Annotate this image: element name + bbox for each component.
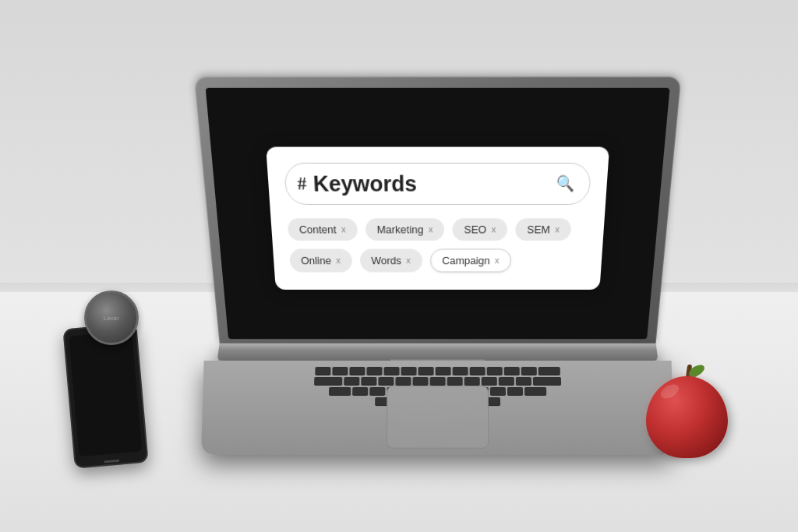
key[interactable]	[538, 367, 560, 375]
key[interactable]	[464, 377, 480, 385]
trackpad[interactable]	[387, 386, 489, 449]
phone-screen	[69, 331, 142, 456]
keyboard-row-2	[219, 377, 657, 385]
search-bar[interactable]: # Keywords 🔍	[284, 162, 592, 204]
key[interactable]	[349, 367, 365, 375]
screen-content: # Keywords 🔍 Content x	[206, 88, 670, 339]
laptop-keyboard-area	[201, 361, 674, 455]
tag-campaign-label: Campaign	[442, 254, 490, 266]
key[interactable]	[516, 377, 531, 385]
key[interactable]	[487, 367, 503, 375]
tag-sem-close[interactable]: x	[555, 224, 560, 234]
search-icon[interactable]: 🔍	[553, 171, 579, 196]
key[interactable]	[521, 367, 537, 375]
tag-words[interactable]: Words x	[359, 248, 422, 272]
key[interactable]	[401, 367, 417, 375]
key[interactable]	[470, 367, 486, 375]
phone-home-button[interactable]	[104, 460, 119, 463]
key[interactable]	[499, 377, 514, 385]
tag-sem[interactable]: SEM x	[515, 218, 571, 241]
tag-sem-label: SEM	[527, 223, 550, 235]
key[interactable]	[418, 367, 434, 375]
key[interactable]	[524, 387, 546, 395]
keywords-title: Keywords	[312, 170, 554, 196]
tag-online[interactable]: Online x	[289, 248, 352, 272]
apple-body	[646, 376, 728, 458]
key[interactable]	[507, 387, 523, 395]
keyword-box: # Keywords 🔍 Content x	[266, 146, 610, 289]
key[interactable]	[329, 387, 351, 395]
tag-online-close[interactable]: x	[336, 255, 341, 265]
laptop-hinge	[217, 344, 659, 361]
scene: # Keywords 🔍 Content x	[0, 0, 798, 532]
key[interactable]	[533, 377, 561, 385]
laptop-screen: # Keywords 🔍 Content x	[206, 88, 670, 339]
tag-words-close[interactable]: x	[406, 255, 411, 265]
key[interactable]	[366, 367, 382, 375]
key[interactable]	[361, 377, 376, 385]
key[interactable]	[369, 387, 385, 395]
key[interactable]	[383, 367, 399, 375]
key[interactable]	[344, 377, 359, 385]
tag-content-close[interactable]: x	[341, 224, 346, 234]
tag-marketing-label: Marketing	[376, 223, 423, 235]
key[interactable]	[490, 387, 506, 395]
key[interactable]	[378, 377, 394, 385]
tag-content[interactable]: Content x	[287, 218, 358, 241]
laptop-screen-housing: # Keywords 🔍 Content x	[194, 76, 681, 344]
key[interactable]	[314, 377, 342, 385]
tag-marketing-close[interactable]: x	[429, 224, 433, 234]
tag-campaign-close[interactable]: x	[495, 255, 500, 265]
tag-seo-label: SEO	[464, 223, 486, 235]
key[interactable]	[413, 377, 429, 385]
tags-container: Content x Marketing x SEO x	[287, 218, 588, 272]
laptop-lid: # Keywords 🔍 Content x	[220, 96, 656, 361]
tag-words-label: Words	[371, 254, 401, 266]
key[interactable]	[482, 377, 497, 385]
key[interactable]	[453, 367, 468, 375]
key[interactable]	[447, 377, 463, 385]
key[interactable]	[436, 367, 451, 375]
key[interactable]	[315, 367, 330, 375]
tag-marketing[interactable]: Marketing x	[365, 218, 444, 241]
tag-seo[interactable]: SEO x	[453, 218, 508, 241]
key[interactable]	[395, 377, 411, 385]
hash-icon: #	[297, 172, 307, 195]
laptop: # Keywords 🔍 Content x	[196, 96, 680, 454]
tag-content-label: Content	[298, 223, 337, 235]
key[interactable]	[332, 367, 348, 375]
apple-decoration	[646, 365, 736, 458]
tag-seo-close[interactable]: x	[491, 224, 496, 234]
key[interactable]	[504, 367, 520, 375]
keyboard-row-1	[219, 367, 656, 375]
tag-online-label: Online	[301, 254, 332, 266]
key[interactable]	[352, 387, 368, 395]
lens-cap	[84, 291, 139, 345]
tag-campaign[interactable]: Campaign x	[430, 248, 512, 272]
key[interactable]	[430, 377, 446, 385]
